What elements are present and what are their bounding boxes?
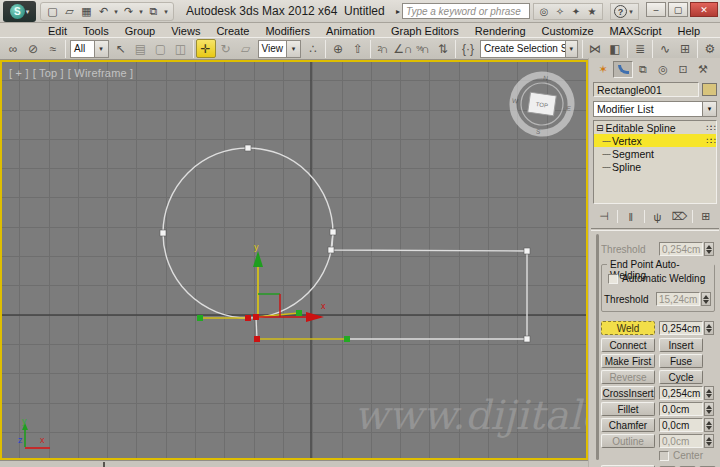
percent-snap-icon[interactable]: %∩ <box>413 39 433 58</box>
spinner-arrows-icon[interactable] <box>704 418 714 432</box>
spinner-arrows-icon[interactable] <box>704 402 714 416</box>
search-icon[interactable]: ◎ <box>536 6 552 17</box>
viewport-top[interactable]: www.dijitalders y x <box>0 60 588 460</box>
menu-help[interactable]: Help <box>670 25 709 37</box>
menu-group[interactable]: Group <box>117 25 164 37</box>
threshold-top-spinner[interactable]: 0,254cm <box>659 242 703 256</box>
stack-row-editable-spline[interactable]: ⊟ Editable Spline ∷∷ <box>594 121 716 134</box>
make-first-button[interactable]: Make First <box>601 354 655 368</box>
connect-button[interactable]: Connect <box>601 338 655 352</box>
window-crossing-icon[interactable]: ◫ <box>171 39 191 58</box>
cycle-button[interactable]: Cycle <box>659 370 703 384</box>
select-and-rotate-icon[interactable]: ↻ <box>216 39 236 58</box>
track-bar[interactable] <box>0 460 588 467</box>
project-folder-button[interactable]: ⧉ <box>145 4 162 20</box>
tab-hierarchy[interactable]: ⧉ <box>633 61 653 78</box>
align-icon[interactable]: ◧ <box>605 39 625 58</box>
modifier-list-caret-icon[interactable]: ▾ <box>702 102 716 116</box>
automatic-welding-checkbox[interactable] <box>608 274 618 284</box>
qat-overflow-caret-icon[interactable]: ▾ <box>162 8 170 16</box>
layer-manager-icon[interactable]: ≣ <box>630 39 650 58</box>
maximize-button[interactable]: ▢ <box>668 2 688 17</box>
viewcube[interactable]: TOP N E S W <box>508 70 576 139</box>
subscription-icon[interactable]: ✧ <box>552 6 568 17</box>
select-and-link-icon[interactable]: ∞ <box>3 39 23 58</box>
use-pivot-point-center-icon[interactable]: ∴ <box>303 39 323 58</box>
redo-button[interactable]: ↷ <box>120 4 137 20</box>
app-menu-button[interactable]: S ▾ <box>3 1 36 22</box>
select-and-move-icon[interactable]: ✛ <box>196 39 216 58</box>
weld-button[interactable]: Weld <box>601 321 655 335</box>
fuse-button[interactable]: Fuse <box>659 354 703 368</box>
spinner-arrows-icon[interactable] <box>704 321 714 335</box>
menu-edit[interactable]: Edit <box>40 25 75 37</box>
spline-rectangle[interactable] <box>331 232 527 339</box>
open-file-button[interactable]: ▱ <box>61 4 78 20</box>
menu-graph-editors[interactable]: Graph Editors <box>383 25 467 37</box>
menu-customize[interactable]: Customize <box>534 25 602 37</box>
reference-coordinate-caret-icon[interactable]: ▾ <box>286 41 300 57</box>
gizmo-x-arrowhead[interactable] <box>306 312 324 322</box>
viewport-view-label[interactable]: [ Top ] <box>33 67 64 79</box>
weld-spinner[interactable]: 0,254cm <box>659 321 703 335</box>
selection-filter-caret-icon[interactable]: ▾ <box>94 41 108 57</box>
modifier-list-dropdown[interactable]: Modifier List ▾ <box>593 101 717 117</box>
select-object-icon[interactable]: ↖ <box>111 39 131 58</box>
spinner-arrows-icon[interactable] <box>704 242 714 256</box>
spinner-arrows-icon[interactable] <box>701 292 711 306</box>
favorites-star-icon[interactable]: ★ <box>584 6 600 17</box>
viewcube-w[interactable]: W <box>512 97 520 105</box>
tab-utilities[interactable]: ⚒ <box>693 61 713 78</box>
menu-views[interactable]: Views <box>163 25 208 37</box>
edit-named-selection-sets-icon[interactable]: {·} <box>458 39 478 58</box>
spline-vertices[interactable] <box>160 145 530 342</box>
spinner-snap-icon[interactable]: ⇅ <box>433 39 453 58</box>
stack-row-segment[interactable]: ---- Segment <box>594 147 716 160</box>
threshold2-spinner[interactable]: 15,24cm <box>656 292 700 306</box>
snaps-toggle-icon[interactable]: 2∩ <box>373 39 393 58</box>
menu-tools[interactable]: Tools <box>75 25 117 37</box>
show-end-result-icon[interactable]: ‖ <box>622 209 640 224</box>
tab-create[interactable]: ✶ <box>593 61 613 78</box>
tab-motion[interactable]: ◎ <box>653 61 673 78</box>
communication-icon[interactable]: ✦ <box>568 6 584 17</box>
redo-caret-icon[interactable]: ▾ <box>137 8 145 16</box>
menu-rendering[interactable]: Rendering <box>467 25 534 37</box>
tab-display[interactable]: ⊡ <box>673 61 693 78</box>
menu-animation[interactable]: Animation <box>318 25 383 37</box>
spline-segment-vertical[interactable] <box>256 317 257 339</box>
viewport-menu-label[interactable]: [ + ] <box>9 67 29 79</box>
tab-modify[interactable] <box>613 61 633 78</box>
object-color-swatch[interactable] <box>702 83 717 96</box>
rectangular-selection-region-icon[interactable]: ▢ <box>151 39 171 58</box>
viewcube-n[interactable]: N <box>543 74 549 82</box>
chamfer-button[interactable]: Chamfer <box>601 418 655 432</box>
spline-circle[interactable] <box>163 148 333 318</box>
expand-icon[interactable]: ⊟ <box>596 123 604 133</box>
insert-button[interactable]: Insert <box>659 338 703 352</box>
rollout-scrollbar[interactable] <box>596 234 599 460</box>
mirror-icon[interactable]: ⋈ <box>585 39 605 58</box>
menu-modifiers[interactable]: Modifiers <box>257 25 318 37</box>
chamfer-spinner[interactable]: 0,0cm <box>659 418 703 432</box>
viewport-shading-label[interactable]: [ Wireframe ] <box>68 67 134 79</box>
close-button[interactable]: ✕ <box>690 2 718 17</box>
bind-to-space-warp-icon[interactable]: ≈ <box>43 39 63 58</box>
spinner-arrows-icon[interactable] <box>704 386 714 400</box>
spinner-arrows-icon[interactable] <box>704 434 714 448</box>
search-expand-icon[interactable]: ▸ <box>396 7 400 16</box>
fillet-button[interactable]: Fillet <box>601 402 655 416</box>
menu-maxscript[interactable]: MAXScript <box>602 25 670 37</box>
crossinsert-spinner[interactable]: 0,254cm <box>659 386 703 400</box>
menu-create[interactable]: Create <box>208 25 257 37</box>
search-input[interactable] <box>402 3 530 19</box>
undo-button[interactable]: ↶ <box>95 4 112 20</box>
select-and-scale-icon[interactable]: ▱ <box>236 39 256 58</box>
unlink-selection-icon[interactable]: ⊘ <box>23 39 43 58</box>
fillet-spinner[interactable]: 0,0cm <box>659 402 703 416</box>
configure-modifier-sets-icon[interactable]: ⊞ <box>697 209 715 224</box>
stack-row-vertex[interactable]: ---- Vertex ∷∷ <box>594 134 716 147</box>
pin-stack-icon[interactable]: ⊣ <box>595 209 613 224</box>
selection-filter-dropdown[interactable]: All ▾ <box>70 40 109 58</box>
remove-modifier-icon[interactable]: ⌦ <box>670 209 688 224</box>
